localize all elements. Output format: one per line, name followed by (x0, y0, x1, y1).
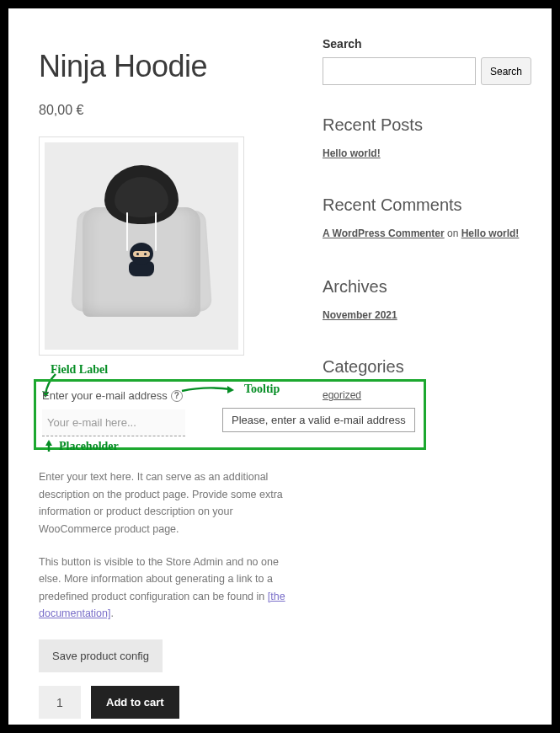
tooltip-box: Please, enter a valid e-mail address (222, 408, 415, 432)
email-field-label: Enter your e-mail address ? (42, 389, 183, 402)
annotation-field-label: Field Label (51, 363, 108, 376)
product-image (45, 142, 238, 350)
description-text-1: Enter your text here. It can serve as an… (39, 468, 292, 538)
product-image-frame (39, 136, 244, 356)
svg-marker-2 (45, 440, 52, 446)
hoodie-illustration (74, 162, 209, 330)
description-text-2: This button is visible to the Store Admi… (39, 554, 292, 623)
search-label: Search (323, 37, 531, 51)
email-input[interactable] (42, 409, 185, 436)
search-input[interactable] (323, 57, 476, 85)
search-button[interactable]: Search (481, 57, 531, 85)
description-2a: This button is visible to the Store Admi… (39, 556, 279, 602)
comment-post-link[interactable]: Hello world! (461, 227, 520, 239)
comment-author-link[interactable]: A WordPress Commenter (323, 227, 445, 239)
save-product-config-button[interactable]: Save product config (39, 639, 163, 672)
annotation-tooltip: Tooltip (244, 383, 280, 396)
product-title: Ninja Hoodie (39, 49, 292, 84)
recent-posts-heading: Recent Posts (323, 115, 531, 135)
archive-link[interactable]: November 2021 (323, 309, 397, 321)
categories-heading: Categories (323, 357, 531, 377)
email-label-text: Enter your e-mail address (42, 389, 168, 402)
recent-comments-heading: Recent Comments (323, 195, 531, 215)
main-column: Ninja Hoodie 80,00 € (39, 32, 292, 719)
comment-on-text: on (445, 227, 461, 239)
annotation-placeholder: Placeholder (59, 440, 119, 453)
screenshot-frame: Ninja Hoodie 80,00 € (0, 0, 560, 733)
product-price: 80,00 € (39, 103, 292, 118)
description-2b: . (110, 607, 113, 619)
recent-comment-item: A WordPress Commenter on Hello world! (323, 225, 531, 242)
help-icon[interactable]: ? (171, 390, 183, 402)
recent-post-link[interactable]: Hello world! (323, 147, 381, 159)
add-to-cart-button[interactable]: Add to cart (91, 686, 179, 719)
svg-marker-1 (227, 386, 234, 393)
archives-heading: Archives (323, 277, 531, 297)
sidebar: Search Search Recent Posts Hello world! … (323, 32, 531, 719)
quantity-input[interactable] (39, 686, 81, 719)
